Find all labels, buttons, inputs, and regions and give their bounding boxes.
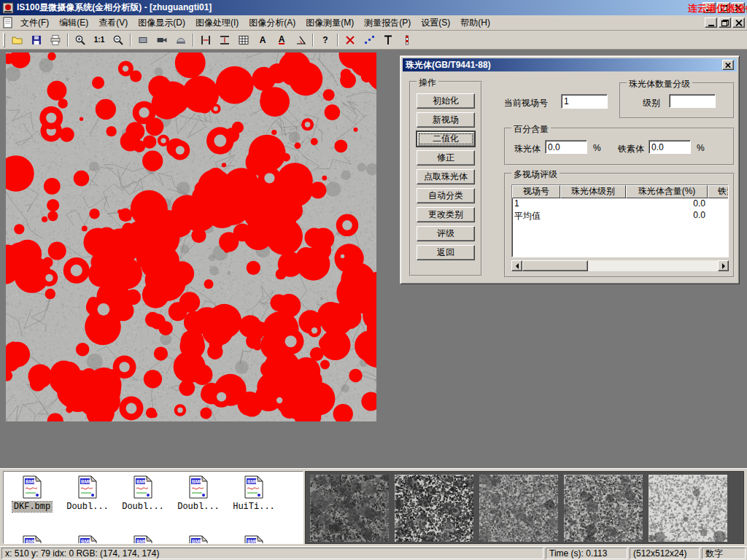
file-name[interactable]: DKF.bmp [12,502,52,512]
scale-bar-button[interactable] [398,32,417,48]
op-button-6[interactable]: 更改类别 [417,207,475,222]
multi-field-group-label: 多视场评级 [511,168,560,181]
menu-item-3[interactable]: 图像显示(D) [133,15,190,31]
video-camera-button[interactable] [152,32,171,48]
dialog-close-button[interactable] [722,60,734,70]
mdi-close-button[interactable] [732,18,745,28]
menu-item-6[interactable]: 图像测量(M) [301,15,359,31]
table-hscrollbar[interactable] [511,260,729,271]
t-ruler-icon [382,34,394,46]
op-button-4[interactable]: 点取珠光体 [417,169,475,184]
text-tool-button[interactable]: A [253,32,272,48]
op-button-7[interactable]: 评级 [417,226,475,241]
file-item[interactable]: BMP [228,535,280,544]
annotate-button[interactable]: A [272,32,291,48]
level-label: 级别 [643,97,660,109]
caliper-horizontal-button[interactable] [215,32,234,48]
table-row-0[interactable]: 10.0 [512,198,729,210]
table-cell [708,198,729,210]
thumbnail-1[interactable] [395,475,473,542]
scroll-track[interactable] [522,260,718,271]
toolbar-separator [67,34,69,47]
current-field-input[interactable] [561,94,608,109]
file-name[interactable]: HuiTi... [231,502,276,512]
help-button[interactable]: ? [316,32,335,48]
menu-item-2[interactable]: 查看(V) [93,15,133,31]
menu-item-0[interactable]: 文件(F) [15,15,54,31]
pearlite-dialog: 珠光体(GB/T9441-88) 操作 初始化新视场二值化修正点取珠光体自动分类… [400,55,740,284]
menu-item-7[interactable]: 测量报告(P) [359,15,416,31]
thumbnail-3[interactable] [564,475,643,542]
print-button[interactable] [46,32,65,48]
op-button-8[interactable]: 返回 [417,245,475,260]
ferrite-percent-input[interactable] [649,140,691,154]
file-name[interactable]: Doubl... [176,502,221,512]
thumbnail-4[interactable] [649,475,727,542]
op-button-0[interactable]: 初始化 [417,93,475,109]
file-item[interactable]: BMP Doubl... [172,475,225,512]
delete-measure-button[interactable] [341,32,360,48]
angle-measure-button[interactable] [291,32,310,48]
file-item[interactable]: BMP HuiTi... [228,475,280,512]
bmp-file-icon: BMP [77,475,98,499]
file-item[interactable]: BMP [117,535,169,544]
menu-item-9[interactable]: 帮助(H) [455,15,495,31]
file-item[interactable]: BMP Doubl... [117,475,169,512]
file-name[interactable]: Doubl... [65,502,110,512]
thumbnail-2[interactable] [479,475,558,542]
file-name[interactable]: Doubl... [120,502,166,512]
level-input[interactable] [669,94,716,108]
op-button-3[interactable]: 修正 [417,150,475,166]
status-image-size: (512x512x24) [630,548,700,559]
table-row-1[interactable]: 平均值0.0 [512,210,729,222]
caliper-vertical-button[interactable] [196,32,215,48]
op-button-1[interactable]: 新视场 [417,112,475,128]
file-item[interactable]: BMP Doubl... [61,475,114,512]
freeze-frame-button[interactable] [133,32,152,48]
mdi-minimize-button[interactable] [705,18,717,28]
current-field-label: 当前视场号 [504,97,548,109]
pearlite-percent-input[interactable] [545,140,587,154]
svg-text:BMP: BMP [192,539,203,544]
svg-text:BMP: BMP [192,479,203,484]
menu-item-1[interactable]: 编辑(E) [54,15,93,31]
file-item[interactable]: BMP DKF.bmp [6,475,58,512]
metallograph-image[interactable] [6,52,376,421]
actual-size-button[interactable]: 1:1 [90,32,109,48]
menu-item-8[interactable]: 设置(S) [416,15,455,31]
open-button[interactable] [8,32,27,48]
table-header-0[interactable]: 视场号 [512,185,560,198]
percent-group: 百分含量 珠光体 % 铁素体 % [504,128,735,166]
menu-item-5[interactable]: 图像分析(A) [244,15,301,31]
white-balance-button[interactable] [171,32,190,48]
zoom-in-button[interactable] [71,32,90,48]
mdi-restore-button[interactable] [719,18,731,28]
multi-field-group: 多视场评级 视场号珠光体级别珠光体含量(%)铁素 10.0平均值0.0 [504,173,735,278]
scroll-right-button[interactable] [718,260,729,271]
app-icon [2,2,14,14]
scroll-left-button[interactable] [511,260,522,271]
table-header-2[interactable]: 珠光体含量(%) [626,185,708,198]
point-marker-button[interactable] [360,32,379,48]
scroll-thumb[interactable] [522,260,588,271]
op-button-2[interactable]: 二值化 [417,131,475,147]
zoom-out-button[interactable] [109,32,128,48]
toolbar: 1:1 A A ? [0,31,747,50]
svg-text:BMP: BMP [247,479,258,484]
t-ruler-button[interactable] [379,32,398,48]
dialog-title-bar[interactable]: 珠光体(GB/T9441-88) [403,58,737,71]
operation-buttons: 初始化新视场二值化修正点取珠光体自动分类更改类别评级返回 [411,82,481,260]
file-item[interactable]: BMP [61,535,114,544]
toolbar-separator [193,34,194,47]
table-header-1[interactable]: 珠光体级别 [560,185,626,198]
points-icon [363,34,375,46]
file-item[interactable]: BMP [6,535,58,544]
table-header-3[interactable]: 铁素 [708,185,729,198]
save-button[interactable] [27,32,46,48]
op-button-5[interactable]: 自动分类 [417,188,475,203]
menu-item-4[interactable]: 图像处理(I) [190,15,244,31]
grid-button[interactable] [234,32,253,48]
thumbnail-0[interactable] [310,475,389,542]
file-item[interactable]: BMP [172,535,225,544]
toolbar-grip[interactable] [3,33,5,47]
